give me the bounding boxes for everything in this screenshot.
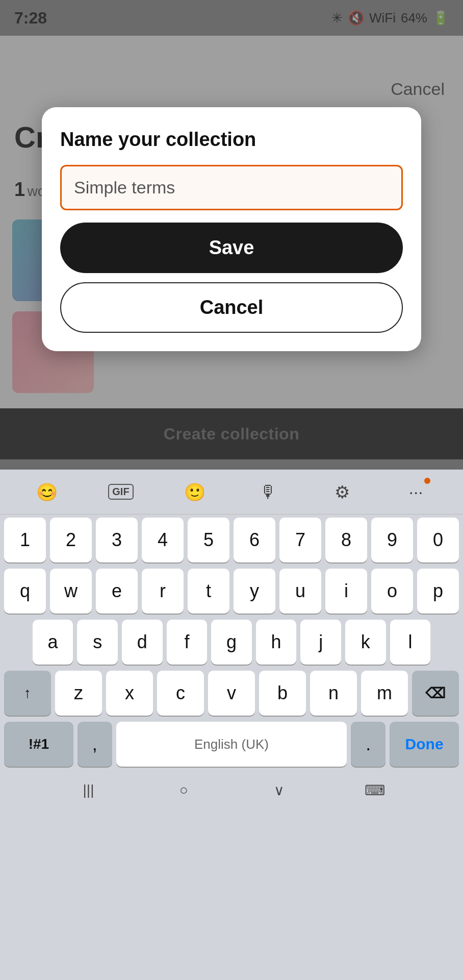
key-o[interactable]: o (371, 569, 413, 614)
mic-icon[interactable]: 🎙 (250, 474, 287, 510)
key-2[interactable]: 2 (50, 518, 92, 562)
key-n[interactable]: n (310, 671, 357, 716)
recents-nav-button[interactable]: ∨ (264, 775, 295, 805)
key-9[interactable]: 9 (371, 518, 413, 562)
key-8[interactable]: 8 (325, 518, 367, 562)
done-key[interactable]: Done (390, 722, 459, 767)
symbols-key[interactable]: !#1 (4, 722, 73, 767)
space-key[interactable]: English (UK) (116, 722, 347, 767)
number-row: 1 2 3 4 5 6 7 8 9 0 (0, 514, 463, 566)
save-button[interactable]: Save (60, 223, 403, 273)
back-nav-button[interactable]: ||| (73, 775, 104, 805)
key-y[interactable]: y (234, 569, 275, 614)
software-keyboard: 😊 GIF 🙂 🎙 ⚙ ··· 1 2 3 4 5 6 7 8 9 0 q (0, 470, 463, 980)
key-h[interactable]: h (256, 620, 297, 665)
key-p[interactable]: p (417, 569, 459, 614)
name-collection-dialog: Name your collection Save Cancel (42, 107, 421, 351)
key-z[interactable]: z (55, 671, 102, 716)
navigation-bar: ||| ○ ∨ ⌨ (0, 770, 463, 811)
key-t[interactable]: t (188, 569, 229, 614)
dialog-title: Name your collection (60, 129, 403, 151)
key-3[interactable]: 3 (96, 518, 138, 562)
key-l[interactable]: l (390, 620, 431, 665)
key-u[interactable]: u (279, 569, 321, 614)
notification-dot (424, 478, 430, 484)
keyboard-nav-button[interactable]: ⌨ (359, 775, 390, 805)
bottom-row: !#1 , English (UK) . Done (0, 719, 463, 770)
key-s[interactable]: s (77, 620, 118, 665)
key-a[interactable]: a (33, 620, 73, 665)
key-r[interactable]: r (142, 569, 184, 614)
zxcv-row: ↑ z x c v b n m ⌫ (0, 668, 463, 719)
settings-icon[interactable]: ⚙ (324, 474, 361, 510)
key-1[interactable]: 1 (4, 518, 46, 562)
backspace-key[interactable]: ⌫ (412, 671, 459, 716)
key-0[interactable]: 0 (417, 518, 459, 562)
key-q[interactable]: q (4, 569, 46, 614)
key-g[interactable]: g (211, 620, 252, 665)
key-f[interactable]: f (167, 620, 208, 665)
keyboard-toolbar: 😊 GIF 🙂 🎙 ⚙ ··· (0, 470, 463, 514)
key-d[interactable]: d (122, 620, 163, 665)
key-j[interactable]: j (300, 620, 341, 665)
emoji-icon[interactable]: 🙂 (176, 474, 213, 510)
gif-icon[interactable]: GIF (102, 474, 139, 510)
more-icon[interactable]: ··· (398, 474, 434, 510)
qwerty-row: q w e r t y u i o p (0, 566, 463, 617)
key-b[interactable]: b (259, 671, 306, 716)
key-4[interactable]: 4 (142, 518, 184, 562)
comma-key[interactable]: , (78, 722, 112, 767)
period-key[interactable]: . (351, 722, 385, 767)
key-v[interactable]: v (208, 671, 255, 716)
collection-name-input[interactable] (60, 165, 403, 210)
asdf-row: a s d f g h j k l (0, 617, 463, 668)
key-x[interactable]: x (106, 671, 153, 716)
home-nav-button[interactable]: ○ (169, 775, 199, 805)
key-e[interactable]: e (96, 569, 138, 614)
key-i[interactable]: i (325, 569, 367, 614)
shift-key[interactable]: ↑ (4, 671, 51, 716)
key-w[interactable]: w (50, 569, 92, 614)
key-6[interactable]: 6 (234, 518, 275, 562)
key-5[interactable]: 5 (188, 518, 229, 562)
key-m[interactable]: m (361, 671, 408, 716)
cancel-button[interactable]: Cancel (60, 282, 403, 333)
key-k[interactable]: k (345, 620, 386, 665)
key-c[interactable]: c (157, 671, 204, 716)
key-7[interactable]: 7 (279, 518, 321, 562)
sticker-icon[interactable]: 😊 (29, 474, 65, 510)
